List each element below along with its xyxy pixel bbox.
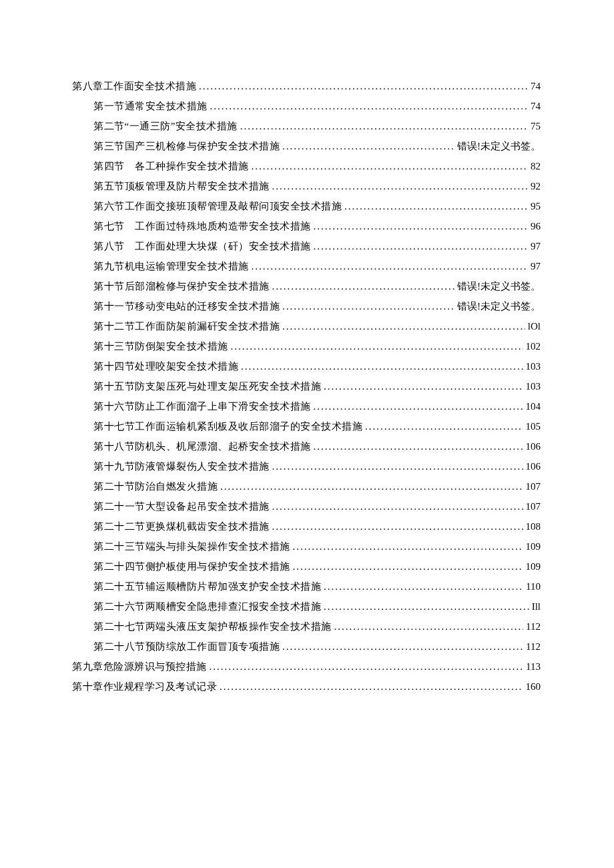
toc-entry-label: 第二十节防治自燃发火措施 [93, 480, 218, 493]
toc-leader-dots [199, 81, 528, 92]
toc-entry-label: 第九节机电运输管理安全技术措施 [93, 260, 249, 273]
toc-entry-page: 74 [531, 81, 541, 92]
toc-entry-page: 108 [526, 521, 541, 532]
toc-leader-dots [220, 481, 523, 492]
toc-entry-page: 错误!未定义书签。 [457, 140, 541, 153]
toc-leader-dots [210, 661, 524, 673]
toc-entry: 第二十七节两端头液压支架护帮板操作安全技术措施112 [72, 620, 541, 633]
toc-entry: 第十五节防支架压死与处理支架压死安全技术措施103 [72, 380, 541, 393]
toc-entry-page: 107 [526, 501, 541, 512]
toc-entry: 第十节后部溜检修与保护安全技术措施错误!未定义书签。 [72, 280, 541, 293]
toc-entry: 第五节顶板管理及防片帮安全技术措施92 [72, 180, 541, 193]
toc-leader-dots [272, 521, 523, 532]
toc-leader-dots [344, 201, 528, 212]
toc-entry: 第二十四节侧护板使用与保护安全技术措施109 [72, 560, 541, 573]
toc-leader-dots [334, 621, 524, 632]
toc-entry-page: 103 [526, 361, 541, 372]
toc-entry: 第三节国产三机检修与保护安全技术措施错误!未定义书签。 [72, 140, 541, 153]
toc-entry-page: 105 [526, 421, 541, 432]
toc-entry-page: 112 [526, 641, 541, 653]
toc-entry-page: 95 [531, 201, 541, 212]
toc-entry: 第十六节防止工作面溜子上串下滑安全技术措施104 [72, 400, 541, 413]
toc-leader-dots [210, 101, 529, 112]
toc-entry-label: 第十节后部溜检修与保护安全技术措施 [93, 280, 270, 293]
toc-page: 第八章工作面安全技术措施74第一节通常安全技术措施74第二节“一通三防”安全技术… [0, 0, 614, 741]
toc-entry-page: lOl [528, 321, 541, 332]
toc-entry: 第十三节防倒架安全技术措施102 [72, 340, 541, 353]
toc-entry: 第一节通常安全技术措施74 [72, 100, 541, 113]
toc-entry: 第十七节工作面运输机紧刮板及收后部溜子的安全技术措施105 [72, 420, 541, 433]
toc-entry-page: 113 [526, 661, 541, 673]
toc-leader-dots [314, 401, 523, 412]
toc-entry: 第十八节防机头、机尾漂溜、起桥安全技术措施106 [72, 440, 541, 453]
toc-entry-page: 97 [531, 261, 541, 272]
toc-entry-label: 第七节 工作面过特殊地质构造带安全技术措施 [93, 220, 311, 233]
toc-entry-page: 96 [531, 221, 541, 232]
toc-entry-page: 109 [526, 561, 541, 572]
toc-entry-label: 第十六节防止工作面溜子上串下滑安全技术措施 [93, 400, 311, 413]
toc-entry: 第十四节处理咬架安全技术措施103 [72, 360, 541, 373]
toc-entry-label: 第十五节防支架压死与处理支架压死安全技术措施 [93, 380, 321, 393]
toc-entry-page: 103 [526, 381, 541, 392]
toc-entry-page: 74 [531, 101, 541, 112]
toc-entry-page: 104 [526, 401, 541, 412]
toc-entry: 第十九节防液管爆裂伤人安全技术措施106 [72, 460, 541, 473]
toc-entry: 第二十五节辅运顺槽防片帮加强支护安全技术措施110 [72, 580, 541, 593]
toc-entry: 第九节机电运输管理安全技术措施97 [72, 260, 541, 273]
toc-entry-label: 第二十六节两顺槽安全隐患排查汇报安全技术措施 [93, 600, 321, 613]
toc-entry-label: 第二十一节大型设备起吊安全技术措施 [93, 500, 270, 513]
toc-entry-label: 第二十八节预防综放工作面冒顶专项措施 [93, 640, 280, 653]
toc-leader-dots [241, 361, 523, 372]
toc-entry-page: 107 [526, 481, 541, 492]
toc-entry-label: 第二节“一通三防”安全技术措施 [93, 120, 238, 133]
toc-entry: 第二节“一通三防”安全技术措施75 [72, 120, 541, 133]
toc-entry-label: 第一节通常安全技术措施 [93, 100, 208, 113]
toc-entry-label: 第九章危险源辨识与预控措施 [72, 661, 207, 673]
toc-entry-page: 82 [531, 161, 541, 172]
toc-entry-label: 第二十三节端头与排头架操作安全技术措施 [93, 540, 290, 553]
toc-entry-page: 102 [526, 341, 541, 352]
toc-entry-label: 第三节国产三机检修与保护安全技术措施 [93, 140, 280, 153]
toc-leader-dots [282, 301, 454, 312]
toc-leader-dots [282, 321, 525, 332]
toc-entry-label: 第八章工作面安全技术措施 [72, 80, 196, 93]
toc-entry-page: 106 [526, 441, 541, 452]
toc-entry-page: 错误!未定义书签。 [457, 280, 541, 293]
toc-entry: 第十一节移动变电站的迁移安全技术措施错误!未定义书签。 [72, 300, 541, 313]
toc-entry: 第二十三节端头与排头架操作安全技术措施109 [72, 540, 541, 553]
toc-entry-page: 106 [526, 461, 541, 472]
toc-leader-dots [272, 461, 523, 472]
toc-entry-page: 160 [526, 681, 541, 693]
toc-entry: 第四节 各工种操作安全技术措施82 [72, 160, 541, 173]
toc-entry-page: 97 [531, 241, 541, 252]
toc-leader-dots [272, 281, 455, 292]
toc-entry-label: 第十八节防机头、机尾漂溜、起桥安全技术措施 [93, 440, 311, 453]
toc-leader-dots [282, 141, 454, 152]
toc-leader-dots [240, 121, 528, 132]
toc-leader-dots [272, 181, 529, 192]
toc-leader-dots [314, 241, 529, 252]
toc-entry: 第八节 工作面处理大块煤（矸）安全技术措施97 [72, 240, 541, 253]
toc-leader-dots [314, 441, 523, 452]
toc-entry-label: 第二十七节两端头液压支架护帮板操作安全技术措施 [93, 620, 332, 633]
toc-leader-dots [324, 601, 529, 612]
toc-entry-label: 第十四节处理咬架安全技术措施 [93, 360, 238, 373]
toc-leader-dots [252, 261, 529, 272]
toc-entry: 第八章工作面安全技术措施74 [72, 80, 541, 93]
toc-entry-page: 112 [526, 621, 541, 632]
toc-entry-label: 第八节 工作面处理大块煤（矸）安全技术措施 [93, 240, 311, 253]
toc-leader-dots [252, 161, 529, 172]
toc-entry: 第十二节工作面防架前漏矸安全技术措施lOl [72, 320, 541, 333]
toc-entry: 第九章危险源辨识与预控措施113 [72, 661, 541, 673]
toc-leader-dots [365, 421, 523, 432]
toc-leader-dots [293, 541, 523, 552]
toc-entry-label: 第十三节防倒架安全技术措施 [93, 340, 228, 353]
toc-leader-dots [220, 681, 523, 693]
toc-leader-dots [324, 581, 523, 592]
toc-entry-label: 第十九节防液管爆裂伤人安全技术措施 [93, 460, 270, 473]
toc-entry: 第二十二节更换煤机截齿安全技术措施108 [72, 520, 541, 533]
toc-entry: 第二十六节两顺槽安全隐患排查汇报安全技术措施Ill [72, 600, 541, 613]
toc-entry-label: 第二十五节辅运顺槽防片帮加强支护安全技术措施 [93, 580, 321, 593]
toc-entry: 第七节 工作面过特殊地质构造带安全技术措施96 [72, 220, 541, 233]
toc-entry-label: 第五节顶板管理及防片帮安全技术措施 [93, 180, 270, 193]
